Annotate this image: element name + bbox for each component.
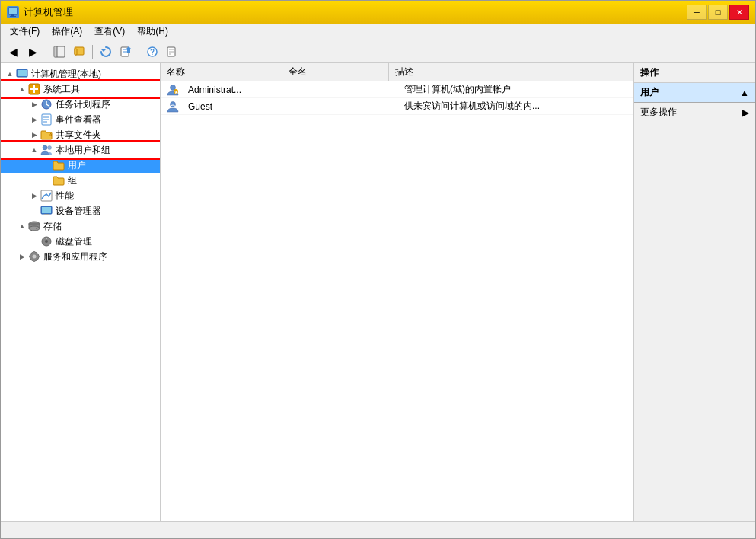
tree-item-shared-folders[interactable]: ▶ 共享文件夹 (1, 127, 160, 142)
tree-item-system-tools[interactable]: ▲ 系统工具 (1, 81, 160, 97)
disk-management-label: 磁盘管理 (56, 235, 157, 248)
window-title: 计算机管理 (24, 5, 73, 19)
computer-icon (16, 68, 28, 80)
svg-point-45 (45, 240, 48, 243)
device-manager-icon (40, 205, 53, 217)
action-section-arrow: ▲ (740, 88, 749, 98)
menu-view[interactable]: 查看(V) (88, 24, 131, 40)
event-viewer-icon (40, 113, 53, 126)
svg-point-42 (29, 226, 40, 231)
title-bar: 计算机管理 ─ □ ✕ (1, 1, 755, 24)
users-folder-icon (53, 159, 65, 171)
svg-text:?: ? (150, 48, 155, 56)
svg-rect-8 (75, 49, 77, 55)
export-button[interactable] (116, 43, 135, 60)
forward-button[interactable]: ▶ (24, 43, 42, 60)
storage-icon (28, 220, 40, 232)
action-section-title: 用户 ▲ (634, 83, 755, 103)
more-actions-item[interactable]: 更多操作 ▶ (634, 103, 755, 122)
tree-item-storage[interactable]: ▲ 存储 (1, 218, 160, 234)
up-button[interactable] (70, 43, 88, 60)
tree-item-computer[interactable]: ▲ 计算机管理(本地) (1, 66, 160, 81)
close-button[interactable]: ✕ (729, 5, 749, 20)
main-content: ▲ 计算机管理(本地) ▲ (1, 63, 755, 521)
props-button[interactable] (163, 43, 181, 60)
svg-rect-21 (18, 70, 27, 76)
list-panel: 名称 全名 描述 ★ Administrat... (161, 63, 633, 521)
svg-point-34 (43, 145, 47, 150)
list-body: ★ Administrat... 管理计算机(域)的内置帐户 (161, 81, 633, 521)
expand-performance: ▶ (28, 192, 40, 199)
expand-system-tools: ▲ (16, 85, 28, 93)
minimize-button[interactable]: ─ (687, 5, 707, 20)
users-label: 用户 (68, 159, 157, 172)
tree-item-task-scheduler[interactable]: ▶ 任务计划程序 (1, 97, 160, 112)
tree-item-services-apps[interactable]: ▶ 服务和应用程序 (1, 249, 160, 264)
services-apps-label: 服务和应用程序 (43, 250, 157, 263)
tree-item-performance[interactable]: ▶ 性能 (1, 188, 160, 203)
back-button[interactable]: ◀ (4, 43, 22, 60)
shared-folders-label: 共享文件夹 (56, 129, 157, 142)
expand-computer: ▲ (4, 70, 16, 78)
action-section-label: 用户 (640, 86, 659, 99)
action-panel: 操作 用户 ▲ 更多操作 ▶ (633, 63, 755, 521)
svg-point-46 (46, 238, 47, 239)
show-hide-button[interactable] (50, 43, 69, 60)
menu-file[interactable]: 文件(F) (4, 24, 46, 40)
expand-shared-folders: ▶ (28, 131, 40, 139)
performance-label: 性能 (56, 190, 157, 203)
toolbar-separator-2 (92, 45, 93, 59)
window-controls: ─ □ ✕ (687, 5, 749, 20)
refresh-button[interactable] (97, 43, 115, 60)
administrator-icon: ★ (167, 84, 179, 96)
status-bar (1, 521, 755, 538)
performance-icon (40, 190, 53, 202)
svg-rect-51 (29, 256, 31, 257)
tree-item-event-viewer[interactable]: ▶ 事件查看器 (1, 112, 160, 127)
menu-help[interactable]: 帮助(H) (131, 24, 174, 40)
groups-folder-icon (53, 174, 65, 187)
system-tools-icon (28, 83, 40, 95)
tree-item-local-users-groups[interactable]: ▲ 本地用户和组 (1, 142, 160, 158)
svg-rect-23 (18, 78, 26, 78)
help-button[interactable]: ? (143, 43, 161, 60)
menu-bar: 文件(F) 操作(A) 查看(V) 帮助(H) (1, 24, 755, 40)
expand-event-viewer: ▶ (28, 116, 40, 123)
toolbar-separator-3 (139, 45, 139, 59)
svg-rect-36 (41, 190, 52, 201)
app-icon (7, 6, 19, 18)
svg-rect-1 (11, 14, 14, 16)
device-manager-label: 设备管理器 (56, 205, 157, 218)
tree-item-users[interactable]: 用户 (1, 158, 160, 173)
svg-point-35 (48, 146, 52, 150)
svg-rect-38 (42, 207, 51, 213)
groups-label: 组 (68, 174, 157, 187)
task-scheduler-label: 任务计划程序 (56, 98, 157, 111)
system-tools-label: 系统工具 (43, 83, 157, 96)
list-row-guest[interactable]: Guest 供来宾访问计算机或访问域的内... (161, 98, 633, 115)
tree-item-groups[interactable]: 组 (1, 173, 160, 188)
administrator-desc: 管理计算机(域)的内置帐户 (398, 83, 633, 96)
col-header-fullname[interactable]: 全名 (282, 63, 389, 81)
svg-rect-39 (44, 214, 49, 215)
tree-item-device-manager[interactable]: 设备管理器 (1, 203, 160, 218)
maximize-button[interactable]: □ (708, 5, 728, 20)
services-apps-icon (28, 250, 40, 263)
expand-storage: ▲ (16, 222, 28, 230)
expand-services-apps: ▶ (16, 253, 28, 260)
guest-desc: 供来宾访问计算机或访问域的内... (398, 100, 633, 113)
title-bar-left: 计算机管理 (7, 5, 73, 19)
col-header-desc[interactable]: 描述 (389, 63, 633, 81)
menu-action[interactable]: 操作(A) (46, 24, 88, 40)
tree-item-disk-management[interactable]: 磁盘管理 (1, 234, 160, 249)
local-users-icon (40, 144, 53, 156)
col-header-name[interactable]: 名称 (161, 63, 282, 81)
expand-task-scheduler: ▶ (28, 100, 40, 108)
task-scheduler-icon (40, 98, 53, 110)
svg-rect-22 (20, 77, 24, 78)
svg-rect-3 (9, 8, 17, 14)
main-window: 计算机管理 ─ □ ✕ 文件(F) 操作(A) 查看(V) 帮助(H) ◀ ▶ (0, 0, 756, 539)
tree-panel: ▲ 计算机管理(本地) ▲ (1, 63, 161, 521)
list-row-administrator[interactable]: ★ Administrat... 管理计算机(域)的内置帐户 (161, 81, 633, 98)
guest-icon (167, 100, 179, 113)
